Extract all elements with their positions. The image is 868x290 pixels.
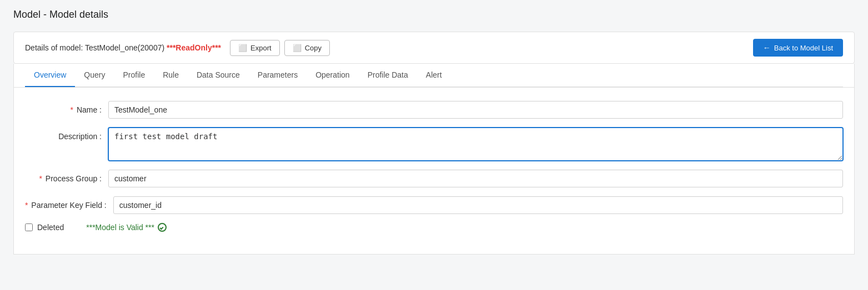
readonly-badge: ***ReadOnly*** (167, 43, 221, 52)
tab-alert[interactable]: Alert (417, 64, 451, 87)
process-group-input[interactable] (108, 170, 843, 187)
tab-profiledata[interactable]: Profile Data (359, 64, 417, 87)
copy-icon: ⬜ (293, 44, 302, 52)
tab-profile[interactable]: Profile (114, 64, 154, 87)
name-input[interactable] (108, 101, 843, 119)
back-arrow-icon: ← (763, 43, 771, 52)
export-label: Export (250, 44, 272, 52)
tab-datasource[interactable]: Data Source (188, 64, 249, 87)
tabs: Overview Query Profile Rule Data Source … (25, 64, 843, 87)
valid-message-text: ***Model is Valid *** (86, 223, 154, 232)
model-info-text: Details of model: TestModel_one(20007) (25, 43, 164, 52)
toolbar: Details of model: TestModel_one(20007) *… (13, 32, 855, 64)
parameter-key-required-star: * (25, 201, 28, 210)
back-label: Back to Model List (774, 44, 833, 52)
description-label: Description : (25, 128, 108, 141)
name-required-star: * (71, 105, 73, 114)
deleted-checkbox[interactable] (25, 223, 33, 231)
content-area: * Name : Description : first test model … (13, 88, 855, 255)
export-button[interactable]: ⬜ Export (230, 40, 280, 56)
parameter-key-input[interactable] (113, 196, 843, 214)
copy-button[interactable]: ⬜ Copy (284, 40, 330, 56)
toolbar-left: Details of model: TestModel_one(20007) *… (25, 40, 330, 56)
export-icon: ⬜ (238, 44, 247, 52)
tab-rule[interactable]: Rule (154, 64, 188, 87)
process-group-label: * Process Group : (25, 170, 108, 183)
tabs-container: Overview Query Profile Rule Data Source … (13, 64, 855, 88)
copy-label: Copy (305, 44, 322, 52)
back-to-model-list-button[interactable]: ← Back to Model List (753, 39, 843, 57)
description-textarea[interactable]: first test model draft (108, 128, 843, 161)
process-group-row: * Process Group : (25, 170, 843, 187)
valid-icon (158, 223, 167, 232)
page-title: Model - Model details (13, 9, 855, 21)
toolbar-buttons: ⬜ Export ⬜ Copy (230, 40, 330, 56)
tab-query[interactable]: Query (75, 64, 114, 87)
model-info: Details of model: TestModel_one(20007) *… (25, 43, 221, 52)
tab-overview[interactable]: Overview (25, 64, 75, 87)
deleted-label-text: Deleted (37, 223, 64, 232)
valid-badge: ***Model is Valid *** (86, 223, 167, 232)
process-group-required-star: * (39, 174, 42, 183)
description-row: Description : first test model draft (25, 128, 843, 161)
deleted-row: Deleted ***Model is Valid *** (25, 223, 843, 232)
parameter-key-label: * Parameter Key Field : (25, 196, 113, 210)
parameter-key-row: * Parameter Key Field : (25, 196, 843, 214)
name-row: * Name : (25, 101, 843, 119)
deleted-checkbox-label[interactable]: Deleted (25, 223, 64, 232)
tab-operation[interactable]: Operation (307, 64, 358, 87)
name-label: * Name : (25, 101, 108, 114)
tab-parameters[interactable]: Parameters (249, 64, 307, 87)
